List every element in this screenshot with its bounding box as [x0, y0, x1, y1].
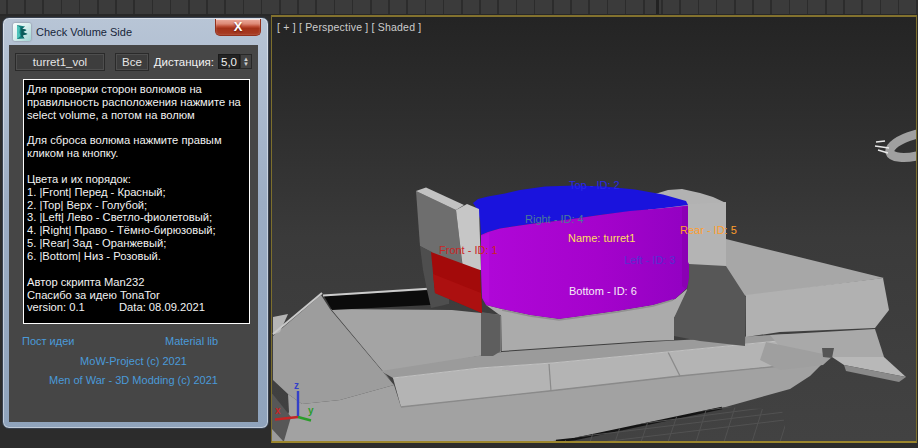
svg-text:Right - ID: 4: Right - ID: 4 [525, 213, 584, 225]
svg-text:Left - ID: 3: Left - ID: 3 [624, 254, 675, 266]
svg-text:z: z [294, 380, 299, 391]
svg-text:y: y [308, 405, 314, 416]
svg-text:Name: turret1: Name: turret1 [568, 232, 635, 244]
svg-text:Front - ID: 1: Front - ID: 1 [439, 244, 498, 256]
svg-text:Bottom - ID: 6: Bottom - ID: 6 [569, 285, 637, 297]
svg-text:x: x [275, 405, 281, 416]
svg-text:Rear - ID: 5: Rear - ID: 5 [680, 224, 737, 236]
svg-text:Top - ID: 2: Top - ID: 2 [569, 179, 620, 191]
